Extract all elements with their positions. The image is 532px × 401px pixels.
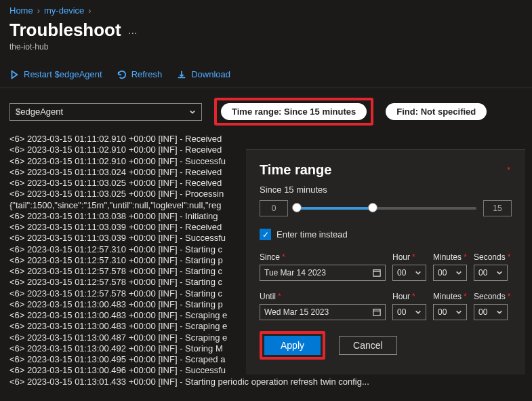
breadcrumb-home[interactable]: Home: [9, 5, 33, 16]
refresh-button[interactable]: Refresh: [117, 69, 163, 79]
chevron-down-icon: [455, 269, 462, 276]
more-icon[interactable]: …: [128, 25, 139, 36]
cancel-button[interactable]: Cancel: [339, 336, 397, 355]
refresh-icon: [117, 70, 127, 79]
download-button[interactable]: Download: [177, 69, 230, 79]
chevron-down-icon: [189, 109, 196, 115]
chevron-right-icon: ›: [37, 5, 40, 16]
download-icon: [177, 70, 186, 79]
calendar-icon: [373, 308, 381, 316]
refresh-label: Refresh: [131, 69, 163, 79]
slider-thumb-start[interactable]: [292, 203, 302, 212]
restart-label: Restart $edgeAgent: [24, 69, 102, 79]
svg-rect-1: [373, 270, 380, 276]
since-slider[interactable]: 0 15: [260, 200, 512, 216]
chevron-down-icon: [496, 269, 503, 276]
enter-time-label: Enter time instead: [277, 229, 348, 240]
minutes-label: Minutes: [433, 252, 462, 262]
slider-min: 0: [260, 200, 288, 216]
page-title: Troubleshoot: [9, 20, 121, 41]
until-minutes-select[interactable]: 00: [433, 304, 467, 320]
hour-label: Hour: [392, 252, 410, 262]
until-label: Until: [260, 292, 276, 301]
slider-track[interactable]: [295, 207, 476, 210]
since-summary: Since 15 minutes: [260, 185, 512, 195]
enter-time-checkbox[interactable]: ✓: [260, 229, 271, 240]
since-date-input[interactable]: Tue Mar 14 2023: [260, 265, 386, 281]
since-label: Since: [260, 252, 280, 262]
chevron-right-icon: ›: [88, 5, 91, 16]
play-icon: [9, 70, 19, 79]
breadcrumb-device[interactable]: my-device: [44, 5, 84, 16]
restart-button[interactable]: Restart $edgeAgent: [9, 69, 102, 79]
slider-thumb-end[interactable]: [368, 203, 377, 212]
chevron-down-icon: [496, 309, 503, 316]
minutes-label: Minutes: [433, 292, 462, 301]
seconds-label: Seconds: [474, 252, 506, 262]
hour-label: Hour: [392, 292, 410, 301]
panel-title: Time range: [260, 162, 512, 178]
time-range-panel: * Time range Since 15 minutes 0 15 ✓ Ent…: [246, 149, 525, 375]
slider-max: 15: [483, 200, 512, 216]
breadcrumb: Home › my-device ›: [0, 0, 532, 18]
toolbar: Restart $edgeAgent Refresh Download: [0, 65, 532, 88]
time-range-pill[interactable]: Time range: Since 15 minutes: [221, 103, 367, 120]
since-minutes-select[interactable]: 00: [433, 265, 467, 281]
seconds-label: Seconds: [474, 292, 506, 301]
chevron-down-icon: [455, 309, 462, 316]
apply-highlight: Apply: [260, 331, 325, 360]
until-date-value: Wed Mar 15 2023: [264, 307, 329, 317]
required-indicator: *: [507, 165, 510, 175]
filter-bar: $edgeAgent Time range: Since 15 minutes …: [0, 88, 532, 132]
calendar-icon: [373, 269, 381, 277]
chevron-down-icon: [415, 309, 422, 316]
apply-button[interactable]: Apply: [264, 336, 321, 355]
module-select[interactable]: $edgeAgent: [9, 103, 202, 121]
chevron-down-icon: [415, 269, 422, 276]
since-hour-select[interactable]: 00: [392, 265, 426, 281]
until-hour-select[interactable]: 00: [392, 304, 426, 320]
svg-rect-3: [373, 309, 380, 316]
since-date-value: Tue Mar 14 2023: [264, 268, 326, 278]
download-label: Download: [191, 69, 230, 79]
module-select-value: $edgeAgent: [16, 107, 63, 117]
page-subtitle: the-iot-hub: [0, 41, 532, 65]
until-date-input[interactable]: Wed Mar 15 2023: [260, 304, 386, 320]
since-seconds-select[interactable]: 00: [474, 265, 508, 281]
until-seconds-select[interactable]: 00: [474, 304, 508, 320]
svg-marker-0: [12, 71, 18, 78]
find-pill[interactable]: Find: Not specified: [386, 103, 487, 120]
time-range-highlight: Time range: Since 15 minutes: [214, 98, 373, 126]
